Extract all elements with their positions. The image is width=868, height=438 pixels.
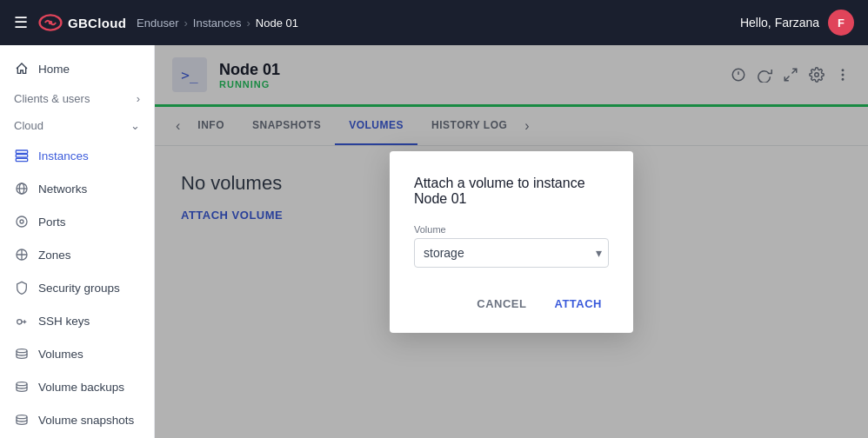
sidebar-section-clients[interactable]: Clients & users › [0,85,154,112]
modal-overlay: Attach a volume to instance Node 01 Volu… [155,45,868,438]
sidebar-label-volume-backups: Volume backups [38,381,124,394]
breadcrumb-node01[interactable]: Node 01 [256,17,298,30]
networks-icon [14,181,30,196]
chevron-right-icon: › [137,92,140,105]
sidebar-item-volume-snapshots[interactable]: Volume snapshots [0,403,154,436]
breadcrumb-sep-1: › [184,17,188,30]
sidebar-label-ports: Ports [38,216,66,229]
svg-rect-2 [16,150,27,153]
logo-icon [38,13,63,32]
sidebar-section-cloud[interactable]: Cloud ⌄ [0,112,154,139]
volume-snapshots-icon [14,412,30,428]
volume-label: Volume [414,224,609,235]
sidebar-label-volumes: Volumes [38,348,83,361]
sidebar-label-clients: Clients & users [14,92,90,105]
svg-rect-4 [16,158,27,161]
svg-point-11 [17,320,22,324]
volume-select-wrap: storage ▾ [414,238,609,268]
main-content: >_ Node 01 RUNNING [155,45,868,438]
sidebar-label-networks: Networks [38,182,87,196]
sidebar-item-networks[interactable]: Networks [0,172,154,205]
sidebar-item-zones[interactable]: Zones [0,238,154,271]
menu-icon[interactable]: ☰ [14,13,28,32]
sidebar-item-ssh[interactable]: SSH keys [0,304,154,337]
security-icon [14,280,30,295]
cancel-button[interactable]: CANCEL [470,292,533,315]
sidebar-label-zones: Zones [38,249,71,262]
zones-icon [14,247,30,262]
attach-volume-modal: Attach a volume to instance Node 01 Volu… [390,151,633,333]
sidebar-item-ports[interactable]: Ports [0,205,154,238]
svg-point-14 [17,415,27,419]
sidebar-item-volumes[interactable]: Volumes [0,337,154,370]
breadcrumb-instances[interactable]: Instances [193,17,242,30]
modal-actions: CANCEL ATTACH [414,292,609,315]
sidebar-label-volume-snapshots: Volume snapshots [38,414,134,427]
volume-select[interactable]: storage [414,238,609,268]
chevron-down-icon: ⌄ [130,119,140,132]
sidebar: Home Clients & users › Cloud ⌄ Instances… [0,45,155,438]
home-icon [14,61,30,76]
layout: Home Clients & users › Cloud ⌄ Instances… [0,45,868,438]
navbar-right: Hello, Farzana F [740,10,854,36]
sidebar-label-instances: Instances [38,149,89,163]
attach-button[interactable]: ATTACH [547,292,609,315]
modal-title: Attach a volume to instance Node 01 [414,176,609,207]
sidebar-label-security: Security groups [38,282,120,295]
sidebar-item-instances[interactable]: Instances [0,139,154,172]
svg-point-12 [17,349,27,353]
ports-icon [14,214,30,229]
logo-text: GBCloud [68,16,126,30]
navbar: ☰ GBCloud Enduser › Instances › Node 01 … [0,0,868,45]
instances-icon [14,148,30,163]
sidebar-item-home[interactable]: Home [0,52,154,85]
navbar-left: ☰ GBCloud Enduser › Instances › Node 01 [14,13,298,32]
sidebar-item-security[interactable]: Security groups [0,271,154,304]
svg-point-1 [49,21,53,25]
logo: GBCloud [38,13,126,32]
svg-point-8 [17,216,27,227]
modal-volume-field: Volume storage ▾ [414,224,609,268]
sidebar-label-cloud: Cloud [14,119,43,132]
breadcrumb: Enduser › Instances › Node 01 [137,17,298,30]
svg-point-9 [20,220,23,223]
ssh-icon [14,313,30,328]
sidebar-item-volume-backups[interactable]: Volume backups [0,370,154,403]
volumes-icon [14,346,30,362]
avatar: F [828,10,854,36]
sidebar-label-home: Home [38,63,70,76]
sidebar-label-ssh: SSH keys [38,315,90,328]
volume-backups-icon [14,379,30,395]
svg-point-13 [17,382,27,386]
greeting-text: Hello, Farzana [740,16,819,30]
breadcrumb-sep-2: › [247,17,250,30]
svg-rect-3 [16,155,27,157]
breadcrumb-enduser[interactable]: Enduser [137,17,178,30]
